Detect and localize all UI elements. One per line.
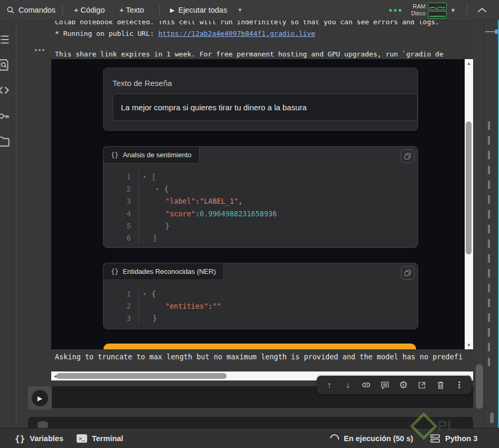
secrets-key-icon[interactable] [0,109,11,123]
json-braces-icon: {} [111,151,118,159]
variables-label: Variables [30,434,63,443]
line-number: 4 [103,209,138,218]
kernel-label: Python 3 [445,434,477,443]
json-token-bracket: [ [152,173,156,181]
json-token-key: "label" [165,197,195,205]
line-number: 1 [103,290,138,298]
json-token-punc: : [208,302,212,310]
line-number: 1 [103,173,138,181]
run-cell-button[interactable]: ▶ [32,390,48,406]
horizontal-scrollbar-thumb[interactable] [57,373,227,379]
ner-tab: {} Entidades Reconocidas (NER) [103,263,224,280]
add-code-label: + Código [74,6,105,14]
add-code-button[interactable]: + Código [74,0,105,20]
spinner-icon [328,432,341,445]
json-token-brace: } [153,314,157,322]
output-overflow-ellipsis-icon[interactable] [35,49,44,51]
files-folder-icon[interactable] [0,135,11,148]
execution-label: En ejecución (50 s) [344,434,413,443]
toolbar-divider [467,4,467,16]
resource-monitor[interactable] [428,3,447,18]
collapse-header-button[interactable] [477,0,487,20]
review-card: Texto de Reseña La mejor compra si quier… [103,68,418,131]
move-cell-down-icon[interactable]: ↓ [341,378,355,392]
copy-icon [404,270,411,276]
json-token-brace: { [164,185,168,193]
terminal-label: Terminal [92,434,123,443]
top-toolbar: Comandos + Código + Texto ▶ Ejecutar tod… [0,0,499,21]
variables-button[interactable]: {} Variables [15,428,63,448]
cell-toolbar: ↑ ↓ ⚙ ⋮ [317,376,472,394]
collapse-arrow-icon[interactable]: ▾ [156,186,164,192]
line-number: 6 [103,234,138,242]
scroll-up-icon[interactable]: ▲ [465,61,473,66]
line-number: 2 [103,302,138,310]
open-in-tab-icon[interactable] [415,378,429,392]
copy-button[interactable] [401,266,415,280]
ram-label: RAM [406,3,426,10]
kernel-selector[interactable]: Python 3 [430,428,477,448]
sentiment-json: 1▾[2▾{3"label": "LABEL_1",4"score": 0.99… [103,170,410,244]
ner-card: {} Entidades Reconocidas (NER) 1▾{2"enti… [103,263,418,329]
vertical-scrollbar-thumb[interactable] [466,121,472,254]
comment-icon[interactable] [378,378,392,392]
ram-sparkline-icon [428,4,446,11]
execution-status[interactable]: En ejecución (50 s) [330,428,413,448]
chevron-up-icon [477,7,487,13]
delete-cell-icon[interactable] [434,378,447,392]
ner-json: 1▾{2"entities": ""3} [103,288,410,325]
chevron-down-icon: ▼ [450,7,456,13]
disk-sparkline-icon [428,13,446,19]
rail-divider [484,20,484,428]
copy-icon [404,153,411,159]
notebook-scrollbar-thumb[interactable] [476,364,483,409]
settings-gear-icon[interactable]: ⚙ [397,378,410,392]
commands-label: Comandos [18,6,55,14]
move-cell-up-icon[interactable]: ↑ [323,378,336,392]
review-label: Texto de Reseña [112,79,172,88]
run-all-label: Ejecutar todas [178,6,227,14]
json-token-brace: } [165,222,170,230]
scroll-down-icon[interactable]: ▼ [465,342,473,348]
runtime-icon [430,434,440,443]
collapse-arrow-icon[interactable]: ▾ [143,291,152,297]
copy-button[interactable] [401,149,415,163]
toolbar-divider [62,4,63,16]
more-options-icon[interactable]: ⋮ [452,378,466,392]
partial-cell[interactable] [28,417,473,428]
link-cell-icon[interactable] [360,378,373,392]
collapse-arrow-icon[interactable]: ▾ [143,174,152,179]
commands-button[interactable]: Comandos [6,0,55,20]
disk-label: Disco [406,10,426,17]
notebook-scroll-rail[interactable] [474,20,499,428]
output-line-2: * Running on public URL: https://12ab2a4… [55,30,473,37]
run-menu-dropdown[interactable]: ▼ [238,0,242,20]
output-line-2-prefix: * Running on public URL: [55,30,158,37]
json-token-key: "entities" [165,302,208,310]
resources-dropdown[interactable]: ▼ [450,0,456,20]
search-icon [6,6,15,14]
analyze-button[interactable] [103,344,416,349]
json-token-punc: , [238,197,242,205]
scroll-position-marker [485,31,495,32]
json-braces-icon: {} [111,268,118,275]
table-of-contents-icon[interactable] [0,33,11,46]
colab-window: Colab notebook detected. This cell will … [0,0,499,448]
terminal-button[interactable]: >_ Terminal [77,428,123,448]
json-token-brace: { [152,290,156,298]
left-sidebar [0,20,16,428]
connection-status-icon[interactable] [389,9,401,12]
line-number: 3 [103,197,138,205]
review-textarea[interactable]: La mejor compra si quieres tirar tu dine… [112,93,418,121]
chevron-down-icon: ▼ [238,7,242,13]
code-snippets-icon[interactable] [0,83,11,97]
find-replace-icon[interactable] [0,58,11,72]
camera-icon [37,421,49,428]
run-all-button[interactable]: ▶ Ejecutar todas [170,0,227,20]
add-text-button[interactable]: + Texto [119,0,144,20]
gradio-vertical-scrollbar[interactable]: ▲ ▼ [465,59,473,349]
run-all-icon: ▶ [170,7,174,14]
gradio-live-link[interactable]: https://12ab2a4e4097b844f1.gradio.live [158,30,315,37]
resource-labels: RAM Disco [406,3,426,17]
play-icon: ▶ [37,395,42,402]
